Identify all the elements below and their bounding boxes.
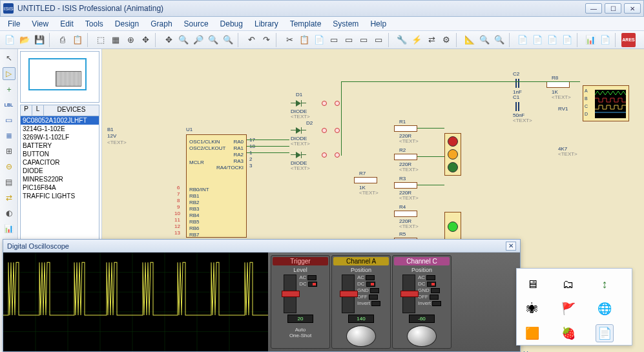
print-icon[interactable]: ⎙ [56, 33, 70, 47]
zoom-out-icon[interactable]: 🔎 [191, 33, 205, 47]
pin-tool-icon[interactable]: ▤ [3, 176, 16, 189]
menu-view[interactable]: View [26, 18, 54, 30]
device-item[interactable]: BATTERY [21, 141, 99, 150]
decompose-icon[interactable]: ⚙ [439, 33, 453, 47]
bus-tool-icon[interactable]: ≣ [3, 129, 16, 142]
cha-ac-switch[interactable] [366, 275, 375, 280]
block-move-icon[interactable]: ▭ [342, 33, 356, 47]
u1-chip[interactable]: OSC1/CLKIN OSC2/CLKOUT MCLR RA0 RA1 RA2 … [186, 134, 247, 238]
cha-knob[interactable] [346, 326, 376, 347]
pan-icon[interactable]: ✥ [138, 33, 152, 47]
pick-icon[interactable]: 🔧 [395, 33, 409, 47]
close-button[interactable]: ✕ [624, 3, 641, 14]
paste-icon[interactable]: 📄 [312, 33, 326, 47]
menu-design[interactable]: Design [110, 18, 144, 30]
palette-icon-folder[interactable]: 🗂 [559, 275, 577, 293]
make-icon[interactable]: ⚡ [410, 33, 424, 47]
search-icon[interactable]: 🔍 [477, 33, 492, 47]
floating-palette[interactable]: 🖥 🗂 ↕ 🕷 🚩 🌐 🟧 🍓 📄 Настроить... [516, 268, 632, 346]
minimize-button[interactable]: — [585, 3, 602, 14]
trigger-dc-switch[interactable] [308, 282, 317, 287]
r3-res[interactable] [394, 182, 417, 189]
device-item[interactable]: TRAFFIC LIGHTS [21, 192, 99, 200]
traffic-light-2[interactable] [444, 212, 461, 242]
generator-tool-icon[interactable]: 📊 [3, 222, 16, 235]
chc-knob[interactable] [407, 326, 437, 347]
r7-res[interactable] [354, 177, 377, 183]
maximize-button[interactable]: ☐ [605, 3, 621, 14]
wire-autoroute-icon[interactable]: 📐 [462, 33, 477, 47]
trigger-level-slider[interactable] [284, 274, 296, 313]
cut-icon[interactable]: ✂ [282, 33, 296, 47]
r8-res[interactable] [546, 81, 570, 88]
origin-icon[interactable]: ⊕ [123, 33, 138, 47]
r1-res[interactable] [394, 125, 417, 132]
block-copy-icon[interactable]: ▭ [327, 33, 341, 47]
palette-icon-bug[interactable]: 🕷 [523, 300, 541, 318]
chc-off-switch[interactable] [430, 295, 439, 300]
junction-tool-icon[interactable]: ＋ [3, 83, 16, 96]
overview-pane[interactable] [20, 51, 99, 103]
package-icon[interactable]: ⇄ [424, 33, 439, 47]
excel-icon[interactable]: 📊 [583, 33, 597, 47]
palette-icon-flag[interactable]: 🚩 [559, 300, 577, 318]
oscilloscope-close-icon[interactable]: ✕ [506, 242, 516, 251]
configure-link[interactable]: Настроить... [517, 349, 632, 352]
d3-diode[interactable] [291, 151, 306, 159]
switch-node[interactable] [335, 128, 340, 133]
device-item[interactable]: 9C08052A1002JLHFT [21, 116, 99, 125]
new-file-icon[interactable]: 📄 [3, 33, 17, 47]
palette-icon-orange[interactable]: 🟧 [523, 324, 541, 342]
menu-system[interactable]: System [327, 18, 364, 30]
palette-icon-globe[interactable]: 🌐 [596, 300, 614, 318]
c2-cap[interactable] [512, 79, 521, 88]
select-tool-icon[interactable]: ↖ [3, 52, 16, 65]
palette-icon-monitor[interactable]: 🖥 [523, 275, 541, 293]
save-file-icon[interactable]: 💾 [32, 33, 47, 47]
terminal-tool-icon[interactable]: ⊖ [3, 160, 16, 173]
menu-source[interactable]: Source [179, 18, 214, 30]
switch-node[interactable] [335, 101, 340, 106]
help2-icon[interactable]: 📄 [598, 33, 612, 47]
zoom-area-icon[interactable]: 🔍 [221, 33, 235, 47]
chc-gnd-switch[interactable] [431, 288, 440, 293]
netlist-icon[interactable]: 📄 [545, 33, 559, 47]
r4-res[interactable] [394, 211, 417, 217]
cha-gnd-switch[interactable] [370, 288, 379, 293]
property-icon[interactable]: 🔍 [492, 33, 506, 47]
palette-icon-doc[interactable]: 📄 [596, 324, 614, 342]
traffic-light-1[interactable] [444, 133, 461, 176]
device-item[interactable]: PIC16F84A [21, 183, 99, 192]
palette-icon-updown[interactable]: ↕ [596, 275, 614, 293]
menu-edit[interactable]: Edit [55, 18, 79, 30]
menu-debug[interactable]: Debug [215, 18, 248, 30]
graph-tool-icon[interactable]: ⇄ [3, 191, 16, 204]
r2-res[interactable] [394, 154, 417, 160]
zoom-in-icon[interactable]: 🔍 [176, 33, 191, 47]
device-item[interactable]: CAPACITOR [21, 158, 99, 167]
copy-icon[interactable]: 📋 [70, 33, 85, 47]
chc-ac-switch[interactable] [426, 275, 435, 280]
undo-icon[interactable]: ↶ [244, 33, 258, 47]
block-rotate-icon[interactable]: ▭ [357, 33, 371, 47]
menu-file[interactable]: File [3, 18, 25, 30]
erc-icon[interactable]: 📄 [530, 33, 545, 47]
library-button[interactable]: L [32, 105, 44, 116]
grid-icon[interactable]: ▦ [109, 33, 123, 47]
menu-template[interactable]: Template [285, 18, 327, 30]
zoom-all-icon[interactable]: 🔍 [206, 33, 220, 47]
d1-diode[interactable] [291, 99, 306, 107]
chc-invert-switch[interactable] [432, 301, 441, 306]
subcircuit-tool-icon[interactable]: ⊞ [3, 145, 16, 158]
scope-display[interactable] [3, 253, 268, 351]
switch-node[interactable] [322, 101, 327, 106]
menu-help[interactable]: Help [365, 18, 391, 30]
switch-node[interactable] [322, 128, 327, 133]
scope-instrument[interactable]: A B C D [583, 85, 629, 121]
c1-cap[interactable] [512, 102, 521, 111]
menu-library[interactable]: Library [249, 18, 284, 30]
area-icon[interactable]: ⬚ [94, 33, 108, 47]
label-tool-icon[interactable]: LBL [3, 98, 16, 111]
cha-position-slider[interactable] [342, 274, 355, 313]
oscilloscope-window[interactable]: Digital Oscilloscope ✕ Trigger Level [3, 239, 521, 352]
